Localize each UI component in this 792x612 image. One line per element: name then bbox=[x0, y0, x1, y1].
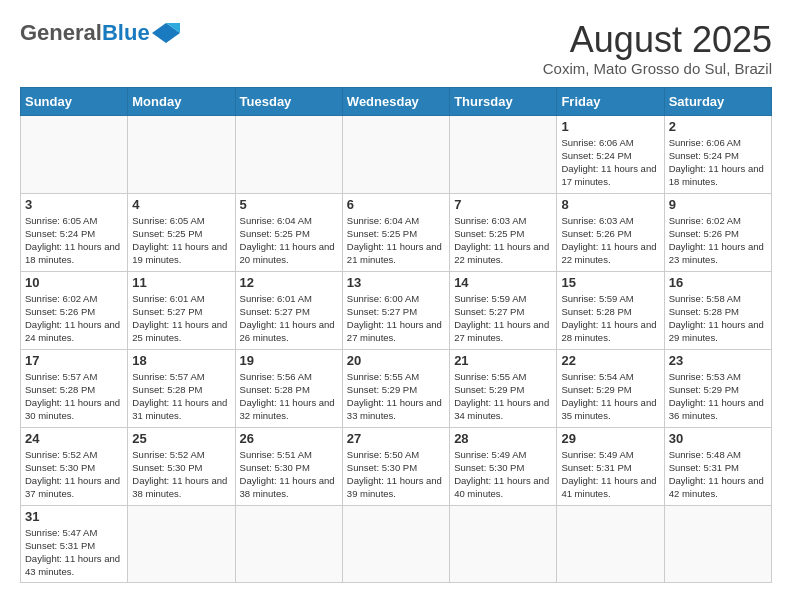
header-wednesday: Wednesday bbox=[342, 87, 449, 115]
calendar-cell: 9Sunrise: 6:02 AM Sunset: 5:26 PM Daylig… bbox=[664, 193, 771, 271]
header-sunday: Sunday bbox=[21, 87, 128, 115]
day-info: Sunrise: 5:53 AM Sunset: 5:29 PM Dayligh… bbox=[669, 370, 767, 423]
day-number: 29 bbox=[561, 431, 659, 446]
week-row-3: 17Sunrise: 5:57 AM Sunset: 5:28 PM Dayli… bbox=[21, 349, 772, 427]
logo-icon bbox=[152, 23, 180, 43]
header-monday: Monday bbox=[128, 87, 235, 115]
day-info: Sunrise: 5:47 AM Sunset: 5:31 PM Dayligh… bbox=[25, 526, 123, 579]
day-number: 1 bbox=[561, 119, 659, 134]
day-info: Sunrise: 5:59 AM Sunset: 5:27 PM Dayligh… bbox=[454, 292, 552, 345]
calendar-cell: 10Sunrise: 6:02 AM Sunset: 5:26 PM Dayli… bbox=[21, 271, 128, 349]
calendar-cell: 21Sunrise: 5:55 AM Sunset: 5:29 PM Dayli… bbox=[450, 349, 557, 427]
day-number: 25 bbox=[132, 431, 230, 446]
day-info: Sunrise: 6:04 AM Sunset: 5:25 PM Dayligh… bbox=[347, 214, 445, 267]
day-number: 6 bbox=[347, 197, 445, 212]
day-number: 22 bbox=[561, 353, 659, 368]
calendar-cell: 20Sunrise: 5:55 AM Sunset: 5:29 PM Dayli… bbox=[342, 349, 449, 427]
header-saturday: Saturday bbox=[664, 87, 771, 115]
day-info: Sunrise: 5:51 AM Sunset: 5:30 PM Dayligh… bbox=[240, 448, 338, 501]
calendar-cell: 12Sunrise: 6:01 AM Sunset: 5:27 PM Dayli… bbox=[235, 271, 342, 349]
calendar-cell: 27Sunrise: 5:50 AM Sunset: 5:30 PM Dayli… bbox=[342, 427, 449, 505]
calendar-cell bbox=[235, 115, 342, 193]
day-number: 15 bbox=[561, 275, 659, 290]
calendar-cell bbox=[450, 505, 557, 582]
calendar-cell: 13Sunrise: 6:00 AM Sunset: 5:27 PM Dayli… bbox=[342, 271, 449, 349]
calendar-table: SundayMondayTuesdayWednesdayThursdayFrid… bbox=[20, 87, 772, 583]
header: General Blue August 2025 Coxim, Mato Gro… bbox=[20, 20, 772, 77]
day-number: 13 bbox=[347, 275, 445, 290]
calendar-cell: 8Sunrise: 6:03 AM Sunset: 5:26 PM Daylig… bbox=[557, 193, 664, 271]
calendar-cell bbox=[342, 115, 449, 193]
week-row-0: 1Sunrise: 6:06 AM Sunset: 5:24 PM Daylig… bbox=[21, 115, 772, 193]
day-info: Sunrise: 5:52 AM Sunset: 5:30 PM Dayligh… bbox=[132, 448, 230, 501]
day-number: 10 bbox=[25, 275, 123, 290]
day-info: Sunrise: 5:49 AM Sunset: 5:30 PM Dayligh… bbox=[454, 448, 552, 501]
day-info: Sunrise: 5:50 AM Sunset: 5:30 PM Dayligh… bbox=[347, 448, 445, 501]
calendar-cell bbox=[342, 505, 449, 582]
location-subtitle: Coxim, Mato Grosso do Sul, Brazil bbox=[543, 60, 772, 77]
day-info: Sunrise: 6:06 AM Sunset: 5:24 PM Dayligh… bbox=[561, 136, 659, 189]
day-info: Sunrise: 5:57 AM Sunset: 5:28 PM Dayligh… bbox=[25, 370, 123, 423]
calendar-cell bbox=[128, 115, 235, 193]
week-row-1: 3Sunrise: 6:05 AM Sunset: 5:24 PM Daylig… bbox=[21, 193, 772, 271]
day-info: Sunrise: 6:02 AM Sunset: 5:26 PM Dayligh… bbox=[669, 214, 767, 267]
day-info: Sunrise: 6:00 AM Sunset: 5:27 PM Dayligh… bbox=[347, 292, 445, 345]
day-number: 26 bbox=[240, 431, 338, 446]
calendar-cell: 11Sunrise: 6:01 AM Sunset: 5:27 PM Dayli… bbox=[128, 271, 235, 349]
logo: General Blue bbox=[20, 20, 180, 46]
day-number: 14 bbox=[454, 275, 552, 290]
calendar-cell: 19Sunrise: 5:56 AM Sunset: 5:28 PM Dayli… bbox=[235, 349, 342, 427]
day-number: 20 bbox=[347, 353, 445, 368]
week-row-4: 24Sunrise: 5:52 AM Sunset: 5:30 PM Dayli… bbox=[21, 427, 772, 505]
day-number: 9 bbox=[669, 197, 767, 212]
week-row-2: 10Sunrise: 6:02 AM Sunset: 5:26 PM Dayli… bbox=[21, 271, 772, 349]
calendar-cell: 29Sunrise: 5:49 AM Sunset: 5:31 PM Dayli… bbox=[557, 427, 664, 505]
day-info: Sunrise: 5:54 AM Sunset: 5:29 PM Dayligh… bbox=[561, 370, 659, 423]
day-number: 17 bbox=[25, 353, 123, 368]
day-number: 4 bbox=[132, 197, 230, 212]
calendar-cell bbox=[21, 115, 128, 193]
calendar-header-row: SundayMondayTuesdayWednesdayThursdayFrid… bbox=[21, 87, 772, 115]
week-row-5: 31Sunrise: 5:47 AM Sunset: 5:31 PM Dayli… bbox=[21, 505, 772, 582]
calendar-cell: 7Sunrise: 6:03 AM Sunset: 5:25 PM Daylig… bbox=[450, 193, 557, 271]
calendar-cell: 3Sunrise: 6:05 AM Sunset: 5:24 PM Daylig… bbox=[21, 193, 128, 271]
day-info: Sunrise: 5:48 AM Sunset: 5:31 PM Dayligh… bbox=[669, 448, 767, 501]
calendar-cell: 25Sunrise: 5:52 AM Sunset: 5:30 PM Dayli… bbox=[128, 427, 235, 505]
day-number: 11 bbox=[132, 275, 230, 290]
day-info: Sunrise: 5:52 AM Sunset: 5:30 PM Dayligh… bbox=[25, 448, 123, 501]
day-number: 8 bbox=[561, 197, 659, 212]
day-number: 16 bbox=[669, 275, 767, 290]
calendar-cell: 31Sunrise: 5:47 AM Sunset: 5:31 PM Dayli… bbox=[21, 505, 128, 582]
day-number: 28 bbox=[454, 431, 552, 446]
logo-general-text: General bbox=[20, 20, 102, 46]
calendar-cell bbox=[557, 505, 664, 582]
calendar-cell: 5Sunrise: 6:04 AM Sunset: 5:25 PM Daylig… bbox=[235, 193, 342, 271]
calendar-cell: 16Sunrise: 5:58 AM Sunset: 5:28 PM Dayli… bbox=[664, 271, 771, 349]
calendar-cell: 22Sunrise: 5:54 AM Sunset: 5:29 PM Dayli… bbox=[557, 349, 664, 427]
day-info: Sunrise: 6:02 AM Sunset: 5:26 PM Dayligh… bbox=[25, 292, 123, 345]
calendar-cell bbox=[664, 505, 771, 582]
calendar-cell bbox=[450, 115, 557, 193]
day-number: 19 bbox=[240, 353, 338, 368]
calendar-cell: 1Sunrise: 6:06 AM Sunset: 5:24 PM Daylig… bbox=[557, 115, 664, 193]
day-info: Sunrise: 5:56 AM Sunset: 5:28 PM Dayligh… bbox=[240, 370, 338, 423]
day-info: Sunrise: 5:49 AM Sunset: 5:31 PM Dayligh… bbox=[561, 448, 659, 501]
calendar-cell: 6Sunrise: 6:04 AM Sunset: 5:25 PM Daylig… bbox=[342, 193, 449, 271]
title-area: August 2025 Coxim, Mato Grosso do Sul, B… bbox=[543, 20, 772, 77]
calendar-cell bbox=[235, 505, 342, 582]
day-number: 5 bbox=[240, 197, 338, 212]
day-number: 2 bbox=[669, 119, 767, 134]
day-number: 21 bbox=[454, 353, 552, 368]
calendar-cell: 24Sunrise: 5:52 AM Sunset: 5:30 PM Dayli… bbox=[21, 427, 128, 505]
logo-blue-text: Blue bbox=[102, 20, 150, 46]
day-number: 12 bbox=[240, 275, 338, 290]
calendar-cell: 4Sunrise: 6:05 AM Sunset: 5:25 PM Daylig… bbox=[128, 193, 235, 271]
calendar-cell: 15Sunrise: 5:59 AM Sunset: 5:28 PM Dayli… bbox=[557, 271, 664, 349]
calendar-cell: 30Sunrise: 5:48 AM Sunset: 5:31 PM Dayli… bbox=[664, 427, 771, 505]
day-info: Sunrise: 6:04 AM Sunset: 5:25 PM Dayligh… bbox=[240, 214, 338, 267]
header-thursday: Thursday bbox=[450, 87, 557, 115]
calendar-cell: 23Sunrise: 5:53 AM Sunset: 5:29 PM Dayli… bbox=[664, 349, 771, 427]
day-number: 18 bbox=[132, 353, 230, 368]
day-number: 27 bbox=[347, 431, 445, 446]
day-info: Sunrise: 6:01 AM Sunset: 5:27 PM Dayligh… bbox=[132, 292, 230, 345]
